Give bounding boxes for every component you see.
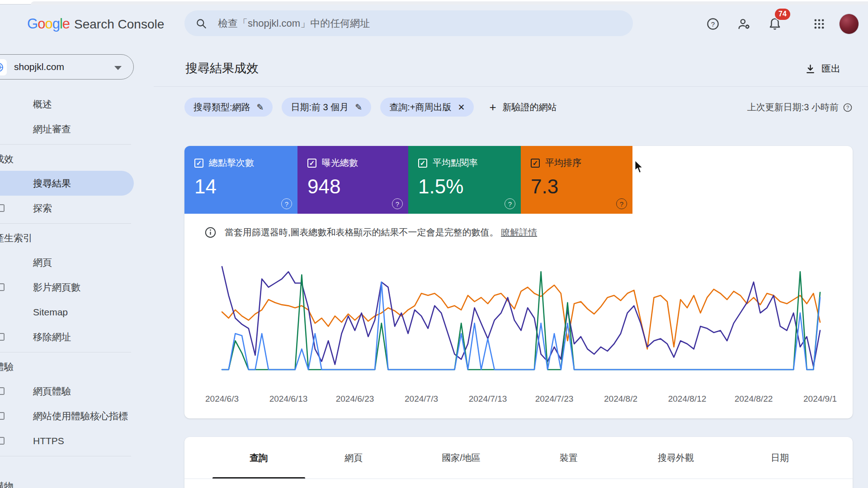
page-title: 搜尋結果成效 [185, 60, 259, 76]
browser-top-edge [0, 0, 868, 5]
info-message: 當套用篩選器時,圖表總數和表格顯示的結果不一定會是完整的數值。 [225, 227, 499, 237]
sidebar-section-4: 購物 [0, 474, 141, 488]
add-filter-button[interactable]: + 新驗證的網站 [489, 100, 557, 114]
metric-value: 948 [307, 175, 408, 198]
sidebar-item-影片網頁數[interactable]: 影片網頁數 [0, 275, 141, 300]
learn-more-link[interactable]: 瞭解詳情 [501, 227, 537, 237]
sidebar-item-搜尋結果[interactable]: 搜尋結果 [0, 171, 134, 196]
metric-value: 7.3 [531, 175, 632, 198]
edit-icon[interactable]: ✎ [355, 102, 362, 113]
metric-checkbox[interactable]: ✓ [194, 159, 203, 168]
metric-value: 14 [194, 175, 297, 198]
metric-tile-平均排序[interactable]: ✓平均排序7.3? [521, 146, 632, 214]
metric-help-icon[interactable]: ? [281, 198, 292, 209]
sidebar-item-網頁[interactable]: 網頁 [0, 250, 141, 275]
notification-badge: 74 [775, 9, 790, 20]
line-series-平均排序 [222, 285, 820, 349]
filter-chip-label: 日期:前 3 個月 [291, 101, 349, 113]
metric-help-icon[interactable]: ? [616, 198, 627, 209]
x-tick-label: 2024/8/2 [589, 394, 652, 404]
metric-help-icon[interactable]: ? [505, 198, 515, 209]
sidebar-item-label: 影片網頁數 [33, 281, 80, 294]
x-tick-label: 2024/7/23 [523, 394, 586, 404]
url-inspection-searchbar[interactable] [184, 10, 633, 36]
sidebar-item-HTTPS[interactable]: HTTPS [0, 428, 141, 453]
edit-icon[interactable]: ✎ [257, 102, 264, 113]
sidebar-item-探索[interactable]: 探索 [0, 196, 141, 221]
sidebar-item-網站使用體驗核心指標[interactable]: 網站使用體驗核心指標 [0, 404, 141, 428]
info-icon [204, 226, 217, 239]
sidebar-section-3: 體驗 [0, 355, 141, 379]
tab-國家/地區[interactable]: 國家/地區 [442, 452, 481, 464]
property-icon [0, 59, 7, 75]
close-icon[interactable]: ✕ [458, 102, 465, 113]
sidebar-divider [0, 456, 131, 456]
sidebar-item-label: Sitemap [33, 307, 68, 318]
clipped-icon [0, 283, 5, 291]
help-icon: ? [706, 17, 720, 31]
x-tick-label: 2024/9/1 [788, 394, 852, 404]
tab-網頁[interactable]: 網頁 [344, 452, 363, 464]
last-updated-text: 上次更新日期:3 小時前 [747, 101, 839, 113]
metric-checkbox[interactable]: ✓ [531, 159, 540, 168]
sidebar-item-label: 搜尋結果 [33, 177, 71, 190]
x-tick-label: 2024/6/3 [190, 394, 254, 404]
help-circle-icon[interactable]: ? [843, 103, 853, 113]
sidebar-item-label: 概述 [33, 98, 52, 111]
dimensions-card: 查詢網頁國家/地區裝置搜尋外觀日期 [184, 437, 853, 488]
app-logo[interactable]: Google Search Console [27, 16, 164, 32]
clipped-icon [0, 333, 5, 341]
metric-tiles: ✓總點擊次數14?✓曝光總數948?✓平均點閱率1.5%?✓平均排序7.3? [184, 146, 632, 214]
user-settings-button[interactable] [734, 14, 754, 34]
filter-chip[interactable]: 查詢:+商周出版✕ [380, 98, 474, 117]
sidebar-section-1: 成效 [0, 147, 141, 171]
logo-letter: o [38, 16, 45, 32]
metric-tile-平均點閱率[interactable]: ✓平均點閱率1.5%? [408, 146, 521, 214]
sidebar-item-label: 網站使用體驗核心指標 [33, 410, 128, 422]
sidebar-item-移除網址[interactable]: 移除網址 [0, 324, 141, 349]
logo-letter: G [27, 16, 38, 32]
notifications-button[interactable]: 74 [765, 14, 785, 34]
export-button[interactable]: 匯出 [805, 62, 840, 75]
apps-grid-button[interactable] [809, 14, 829, 34]
sidebar-divider [0, 352, 131, 352]
logo-letter: g [52, 16, 60, 32]
tab-日期[interactable]: 日期 [771, 452, 789, 464]
tab-裝置[interactable]: 裝置 [560, 452, 578, 464]
clipped-icon [0, 437, 5, 445]
tabs-divider [184, 479, 853, 479]
chart-x-axis: 2024/6/32024/6/132024/6/232024/7/32024/7… [184, 394, 853, 406]
tab-查詢[interactable]: 查詢 [250, 452, 268, 464]
metric-tile-總點擊次數[interactable]: ✓總點擊次數14? [184, 146, 297, 214]
x-tick-label: 2024/8/12 [656, 394, 719, 404]
svg-text:?: ? [846, 105, 849, 110]
filter-chip[interactable]: 日期:前 3 個月✎ [282, 98, 371, 117]
download-icon [805, 63, 816, 75]
search-input[interactable] [218, 18, 622, 29]
last-updated: 上次更新日期:3 小時前 ? [747, 101, 853, 113]
sidebar-item-網址審查[interactable]: 網址審查 [0, 117, 141, 141]
app-header: Google Search Console ? [0, 5, 868, 43]
export-label: 匯出 [821, 62, 840, 75]
svg-text:?: ? [711, 20, 715, 28]
metric-tile-曝光總數[interactable]: ✓曝光總數948? [297, 146, 408, 214]
filter-chip[interactable]: 搜尋類型:網路✎ [184, 98, 273, 117]
metric-checkbox[interactable]: ✓ [307, 159, 316, 168]
tab-搜尋外觀[interactable]: 搜尋外觀 [658, 452, 694, 464]
help-button[interactable]: ? [703, 14, 723, 34]
sidebar-item-label: 網頁體驗 [33, 385, 71, 398]
mouse-cursor [634, 160, 646, 174]
account-avatar[interactable] [839, 14, 859, 34]
clipped-icon [0, 412, 5, 420]
sidebar-divider [0, 144, 131, 145]
performance-card: ✓總點擊次數14?✓曝光總數948?✓平均點閱率1.5%?✓平均排序7.3? 當… [184, 146, 853, 418]
metric-help-icon[interactable]: ? [392, 198, 403, 209]
metric-checkbox[interactable]: ✓ [418, 159, 427, 168]
property-selector[interactable]: shopjkl.com [0, 54, 134, 80]
sidebar-item-概述[interactable]: 概述 [0, 92, 141, 117]
logo-letter: e [62, 16, 70, 32]
x-tick-label: 2024/8/22 [722, 394, 785, 404]
chevron-down-icon [114, 66, 122, 70]
sidebar-item-Sitemap[interactable]: Sitemap [0, 300, 141, 324]
sidebar-item-網頁體驗[interactable]: 網頁體驗 [0, 379, 141, 404]
